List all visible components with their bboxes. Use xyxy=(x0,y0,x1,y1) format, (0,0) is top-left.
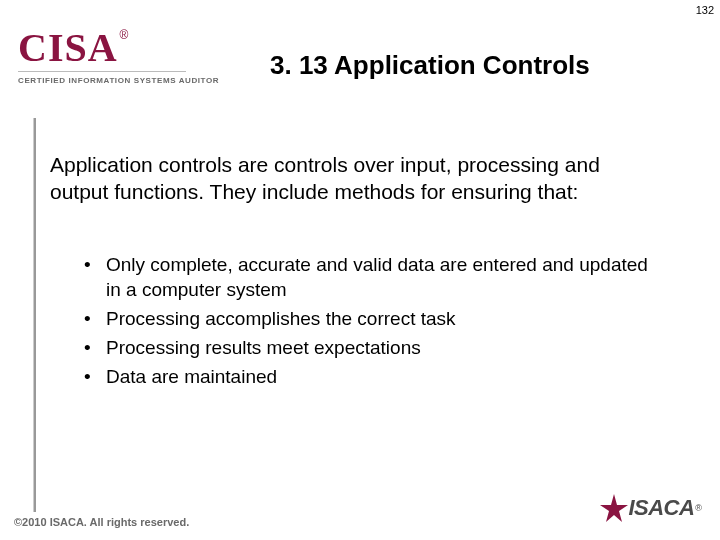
vertical-divider xyxy=(34,118,36,512)
bullet-list: Only complete, accurate and valid data a… xyxy=(80,252,660,393)
star-icon xyxy=(598,492,630,524)
slide-title: 3. 13 Application Controls xyxy=(270,50,590,81)
logo-rule xyxy=(18,71,186,72)
isaca-logo: ISACA ® xyxy=(598,492,702,524)
list-item: Processing results meet expectations xyxy=(80,335,660,360)
list-item: Processing accomplishes the correct task xyxy=(80,306,660,331)
cisa-logo: CISA ® CERTIFIED INFORMATION SYSTEMS AUD… xyxy=(18,28,219,85)
registered-icon: ® xyxy=(120,28,129,42)
copyright: ©2010 ISACA. All rights reserved. xyxy=(14,516,189,528)
svg-marker-0 xyxy=(600,494,628,522)
cisa-logo-text: CISA xyxy=(18,28,118,68)
page-number: 132 xyxy=(696,4,714,16)
body-text: Application controls are controls over i… xyxy=(50,152,660,206)
list-item: Only complete, accurate and valid data a… xyxy=(80,252,660,302)
isaca-logo-text: ISACA xyxy=(628,495,694,521)
cisa-wordmark: CISA ® xyxy=(18,28,219,68)
slide: 132 CISA ® CERTIFIED INFORMATION SYSTEMS… xyxy=(0,0,720,540)
cisa-subtitle: CERTIFIED INFORMATION SYSTEMS AUDITOR xyxy=(18,76,219,85)
list-item: Data are maintained xyxy=(80,364,660,389)
registered-icon: ® xyxy=(695,503,702,513)
